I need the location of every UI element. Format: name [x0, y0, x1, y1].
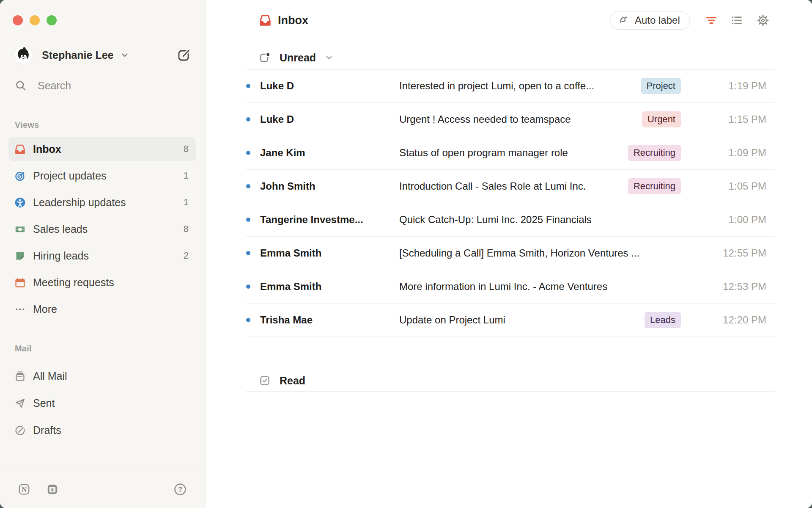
svg-text:N: N — [22, 486, 27, 493]
sidebar-item-label: Project updates — [33, 170, 107, 182]
sidebar-item-inbox[interactable]: Inbox 8 — [8, 137, 196, 161]
email-sender: Emma Smith — [260, 247, 399, 259]
all-mail-icon — [14, 370, 26, 382]
search-label: Search — [38, 80, 71, 92]
views-nav: Inbox 8 Project updates 1 — [8, 137, 196, 324]
sidebar-item-drafts[interactable]: Drafts — [8, 418, 196, 442]
money-icon — [14, 224, 26, 235]
email-sender: Trisha Mae — [260, 314, 399, 326]
email-row[interactable]: Luke D Interested in project Lumi, open … — [246, 69, 775, 103]
email-subject: More information in Lumi Inc. - Acme Ven… — [399, 281, 720, 293]
notion-calendar-button[interactable]: 6 — [46, 483, 59, 496]
sidebar-item-hiring-leads[interactable]: Hiring leads 2 — [8, 244, 196, 268]
email-sender: John Smith — [260, 180, 399, 192]
zoom-window-button[interactable] — [47, 15, 57, 25]
read-section-label: Read — [280, 375, 305, 387]
email-subject: Quick Catch-Up: Lumi Inc. 2025 Financial… — [399, 214, 720, 226]
inbox-icon — [259, 14, 272, 27]
sidebar-item-label: Sent — [33, 397, 55, 409]
chevron-down-icon[interactable] — [324, 53, 334, 62]
unread-dot — [246, 184, 250, 188]
email-sender: Tangerine Investme... — [260, 214, 399, 226]
unread-dot — [246, 251, 250, 255]
filter-icon — [705, 14, 718, 27]
sidebar-item-sales-leads[interactable]: Sales leads 8 — [8, 217, 196, 241]
svg-text:6: 6 — [51, 486, 54, 492]
window-controls — [13, 15, 57, 25]
auto-label-button[interactable]: Auto label — [610, 11, 690, 30]
sidebar-item-sent[interactable]: Sent — [8, 391, 196, 415]
help-button[interactable]: ? — [173, 483, 187, 496]
email-sender: Luke D — [260, 80, 399, 92]
note-icon — [14, 250, 26, 262]
settings-button[interactable] — [757, 14, 769, 27]
sidebar-item-project-updates[interactable]: Project updates 1 — [8, 164, 196, 188]
email-subject: Introduction Call - Sales Role at Lumi I… — [399, 180, 628, 192]
notion-logo-button[interactable]: N — [18, 483, 30, 496]
email-row[interactable]: Emma Smith [Scheduling a Call] Emma Smit… — [246, 237, 775, 270]
chevron-down-icon — [120, 50, 130, 60]
unread-dot — [246, 284, 250, 289]
sidebar-item-count: 2 — [184, 250, 189, 261]
sidebar-item-count: 8 — [184, 224, 189, 235]
filter-button[interactable] — [705, 14, 718, 27]
email-row[interactable]: Trisha Mae Update on Project Lumi Leads … — [246, 304, 775, 337]
email-row[interactable]: Tangerine Investme... Quick Catch-Up: Lu… — [246, 203, 775, 237]
views-section-label: Views — [15, 120, 39, 130]
sidebar-item-label: Inbox — [33, 143, 61, 155]
label-badge: Recruiting — [628, 178, 681, 194]
unread-section-label: Unread — [280, 52, 316, 64]
notion-logo-icon: N — [18, 483, 30, 496]
unread-dot — [246, 84, 250, 88]
sidebar-item-label: Sales leads — [33, 223, 88, 235]
user-name: Stephanie Lee — [42, 49, 114, 61]
email-row[interactable]: Luke D Urgent ! Access needed to teamspa… — [246, 103, 775, 136]
email-subject: Status of open program manager role — [399, 147, 628, 159]
ellipsis-icon — [14, 304, 26, 315]
list-view-button[interactable] — [730, 14, 743, 27]
svg-text:?: ? — [178, 485, 182, 493]
drafts-icon — [14, 425, 26, 436]
sidebar-item-all-mail[interactable]: All Mail — [8, 364, 196, 388]
unread-section-header[interactable]: Unread — [246, 46, 775, 70]
mail-nav: All Mail Sent — [8, 364, 196, 445]
label-badge: Leads — [645, 312, 681, 328]
email-row[interactable]: John Smith Introduction Call - Sales Rol… — [246, 170, 775, 203]
sidebar-item-count: 1 — [184, 170, 189, 181]
sidebar-item-label: More — [33, 303, 57, 315]
sidebar-item-label: Hiring leads — [33, 250, 89, 262]
sidebar-item-count: 8 — [184, 144, 189, 155]
email-time: 1:05 PM — [720, 180, 766, 192]
search-button[interactable]: Search — [15, 78, 71, 93]
sidebar-item-label: Leadership updates — [33, 196, 126, 209]
app-window: Stephanie Lee Search Views — [0, 0, 812, 508]
read-checkbox-icon — [259, 375, 271, 387]
sidebar-item-meeting-requests[interactable]: Meeting requests — [8, 271, 196, 294]
sidebar-item-label: All Mail — [33, 370, 67, 382]
calendar-app-icon: 6 — [46, 483, 59, 496]
minimize-window-button[interactable] — [30, 15, 40, 25]
sidebar-item-more[interactable]: More — [8, 297, 196, 321]
email-subject: [Scheduling a Call] Emma Smith, Horizon … — [399, 247, 720, 259]
compose-button[interactable] — [177, 48, 191, 62]
sidebar-item-leadership-updates[interactable]: Leadership updates 1 — [8, 190, 196, 214]
email-subject: Urgent ! Access needed to teamspace — [399, 113, 642, 125]
unread-dot — [246, 218, 250, 222]
email-subject: Update on Project Lumi — [399, 314, 645, 326]
email-row[interactable]: Emma Smith More information in Lumi Inc.… — [246, 270, 775, 304]
email-subject: Interested in project Lumi, open to a co… — [399, 80, 641, 92]
help-icon: ? — [173, 483, 187, 496]
sidebar-footer: N 6 ? — [0, 470, 206, 508]
close-window-button[interactable] — [13, 15, 23, 25]
send-icon — [14, 398, 26, 409]
email-row[interactable]: Jane Kim Status of open program manager … — [246, 136, 775, 170]
unread-dot — [246, 117, 250, 121]
account-switcher[interactable]: Stephanie Lee — [14, 45, 191, 65]
accessibility-icon — [14, 197, 26, 208]
email-time: 12:55 PM — [720, 247, 766, 259]
email-sender: Luke D — [260, 113, 399, 125]
page-header: Inbox — [259, 10, 308, 30]
email-time: 12:53 PM — [720, 281, 766, 293]
email-time: 12:20 PM — [720, 314, 766, 326]
read-section-header[interactable]: Read — [246, 370, 775, 392]
